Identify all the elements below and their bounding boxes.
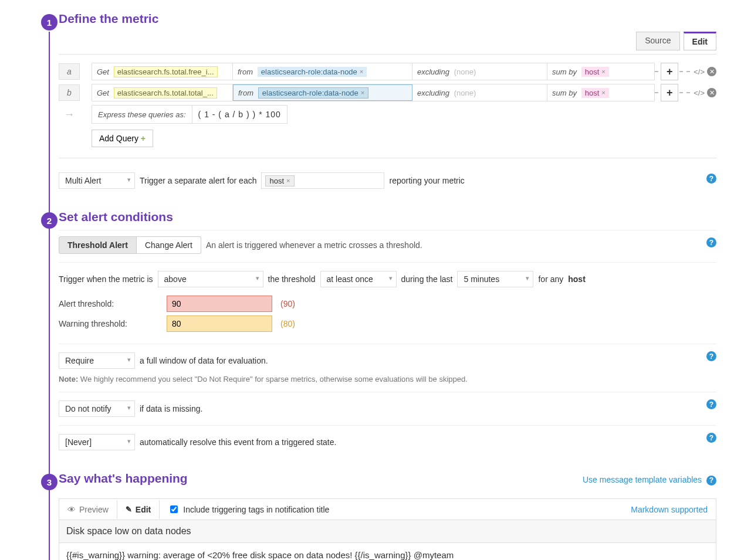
multi-alert-text-a: Trigger a separate alert for each [140, 176, 256, 185]
resolve-row: [Never] automatically resolve this event… [59, 425, 716, 456]
step-badge-2: 2 [41, 212, 57, 229]
help-icon[interactable]: ? [706, 399, 716, 409]
include-tags-input[interactable] [170, 505, 178, 513]
remove-scope-icon[interactable]: × [360, 68, 363, 75]
remove-query-b[interactable]: ✕ [707, 88, 716, 97]
edit-tab[interactable]: ✎ Edit [117, 500, 160, 519]
template-variables-link[interactable]: Use message template variables [583, 475, 702, 484]
alert-threshold-row: Alert threshold: (90) [59, 296, 716, 312]
query-row-b: b Get elasticsearch.fs.total.total_... f… [59, 84, 716, 101]
help-icon[interactable]: ? [706, 476, 716, 486]
step-3-title: Say what's happening [59, 471, 188, 486]
remove-host-icon[interactable]: × [601, 89, 605, 96]
help-icon[interactable]: ? [706, 237, 716, 247]
step-2-title: Set alert conditions [59, 210, 716, 224]
excluding-kw: excluding [417, 67, 449, 76]
timewindow-select[interactable]: 5 minutes [457, 271, 533, 287]
help-icon[interactable]: ? [706, 174, 716, 184]
metric-a[interactable]: elasticsearch.fs.total.free_i... [114, 66, 218, 77]
include-tags-checkbox[interactable]: Include triggering tags in notification … [160, 499, 337, 520]
code-tabs: Source Edit [59, 32, 716, 50]
multi-alert-select[interactable]: Multi Alert [59, 172, 135, 189]
message-title-input[interactable]: Disk space low on data nodes [59, 520, 716, 542]
warning-threshold-input[interactable] [167, 315, 272, 332]
step-badge-3: 3 [41, 474, 57, 490]
step-3-message: 3 Say what's happening Use message templ… [18, 471, 716, 560]
pencil-icon: ✎ [126, 505, 132, 514]
resolve-select[interactable]: [Never] [59, 434, 135, 450]
warning-threshold-display: (80) [280, 319, 295, 328]
express-label: Express these queries as: [92, 110, 192, 119]
step-2-alert-conditions: 2 Set alert conditions Threshold Alert C… [18, 210, 716, 456]
separator [59, 54, 716, 55]
query-letter-b: b [59, 84, 80, 101]
scope-a[interactable]: elasticsearch-role:data-node × [258, 67, 367, 77]
add-query-button[interactable]: Add Query + [92, 130, 153, 147]
require-select[interactable]: Require [59, 352, 135, 369]
change-alert-button[interactable]: Change Alert [137, 236, 201, 254]
arrow-right-icon: → [59, 108, 80, 121]
express-input[interactable]: ( 1 - ( a / b ) ) * 100 [192, 106, 287, 123]
code-icon[interactable]: </> [694, 67, 705, 76]
notify-select[interactable]: Do not notify [59, 401, 135, 417]
plus-icon: + [141, 134, 146, 143]
multi-alert-row: Multi Alert Trigger a separate alert for… [59, 167, 716, 195]
from-kw: from [238, 67, 253, 76]
message-toolbar: 👁 Preview ✎ Edit Include triggering tags… [59, 498, 716, 520]
scope-b[interactable]: elasticsearch-role:data-node × [258, 87, 368, 99]
alert-threshold-display: (90) [280, 299, 295, 308]
help-icon[interactable]: ? [706, 433, 716, 443]
query-letter-a: a [59, 63, 80, 80]
get-kw: Get [97, 67, 109, 76]
express-row: → Express these queries as: ( 1 - ( a / … [59, 105, 716, 124]
remove-host-icon[interactable]: × [286, 177, 290, 184]
alert-type-toggle: Threshold Alert Change Alert [59, 236, 201, 254]
comparison-select[interactable]: above [158, 271, 263, 287]
notify-row: Do not notify if data is missing. ? [59, 392, 716, 423]
alert-threshold-input[interactable] [167, 296, 272, 312]
multi-alert-text-b: reporting your metric [389, 176, 464, 185]
alert-type-desc: An alert is triggered whenever a metric … [206, 240, 422, 250]
remove-query-a[interactable]: ✕ [707, 67, 716, 76]
step-badge-1: 1 [41, 14, 57, 30]
help-icon[interactable]: ? [706, 351, 716, 361]
threshold-alert-button[interactable]: Threshold Alert [59, 236, 137, 254]
exclude-none: (none) [454, 67, 476, 76]
frequency-select[interactable]: at least once [320, 271, 397, 287]
code-icon[interactable]: </> [694, 89, 705, 97]
remove-scope-icon[interactable]: × [361, 89, 364, 96]
metric-b[interactable]: elasticsearch.fs.total.total_... [114, 87, 217, 99]
tab-source[interactable]: Source [636, 32, 679, 50]
query-row-a: a Get elasticsearch.fs.total.free_i... f… [59, 63, 716, 80]
trigger-config: Trigger when the metric is above the thr… [59, 262, 716, 341]
sumby-kw: sum by [552, 67, 577, 76]
tab-edit[interactable]: Edit [684, 32, 716, 50]
sumby-host-a[interactable]: host × [581, 67, 609, 77]
query-builder-b[interactable]: Get elasticsearch.fs.total.total_... fro… [92, 84, 655, 101]
preview-tab[interactable]: 👁 Preview [59, 500, 117, 519]
alert-type-row: Threshold Alert Change Alert An alert is… [59, 230, 716, 260]
require-row: Require a full window of data for evalua… [59, 344, 716, 389]
connector [655, 71, 658, 72]
warning-threshold-row: Warning threshold: (80) [59, 315, 716, 332]
markdown-supported-link[interactable]: Markdown supported [623, 500, 716, 519]
multi-alert-tag-input[interactable]: host × [261, 172, 384, 189]
eye-icon: 👁 [67, 505, 76, 514]
message-body-input[interactable]: {{#is_warning}} warning: average of <20%… [59, 542, 716, 560]
sumby-host-b[interactable]: host × [581, 88, 609, 98]
remove-host-icon[interactable]: × [601, 68, 605, 75]
add-function-b[interactable]: + [661, 84, 678, 101]
dash [679, 71, 690, 72]
add-function-a[interactable]: + [661, 63, 678, 80]
step-1-define-metric: 1 Define the metric Source Edit a Get el… [18, 12, 716, 195]
express-box[interactable]: Express these queries as: ( 1 - ( a / b … [92, 105, 287, 124]
query-builder-a[interactable]: Get elasticsearch.fs.total.free_i... fro… [92, 63, 655, 80]
step-1-title: Define the metric [59, 12, 716, 26]
